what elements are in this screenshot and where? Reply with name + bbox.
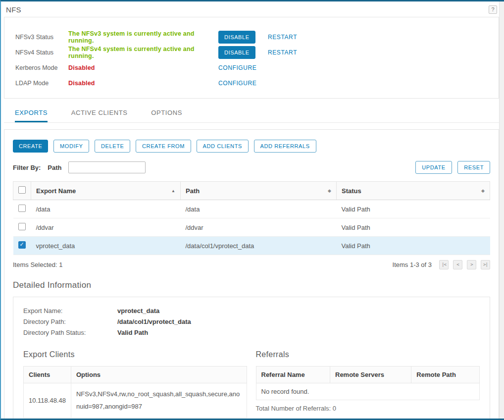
select-all-checkbox[interactable] (18, 186, 26, 194)
detailed-information-heading: Detailed Information (13, 280, 490, 290)
exports-table-header: Export Name ▲ Path ◆ Status ◆ (13, 182, 490, 200)
column-status: Status (342, 187, 361, 195)
modify-button[interactable]: MODIFY (53, 140, 89, 153)
pagination-label: Items 1-3 of 3 (393, 261, 432, 268)
page-header: NFS ? (4, 1, 499, 17)
add-referrals-button[interactable]: ADD REFERRALS (254, 140, 316, 153)
row-checkbox[interactable] (18, 205, 26, 212)
nfsv4-status-value: The NFSv4 system is currently active and… (68, 46, 218, 59)
sort-diamond-icon[interactable]: ◆ (328, 188, 331, 193)
column-remote-servers: Remote Servers (330, 367, 411, 383)
filter-by-label: Filter By: (13, 164, 41, 171)
column-path: Path (186, 187, 200, 195)
filter-row: Filter By: Path UPDATE RESET (13, 161, 490, 174)
ldap-mode-row: LDAP Mode Disabled CONFIGURE (15, 75, 499, 91)
tab-bar: EXPORTS ACTIVE CLIENTS OPTIONS (4, 109, 499, 123)
exports-panel: CREATE MODIFY DELETE CREATE FROM ADD CLI… (4, 129, 499, 420)
referrals-heading: Referrals (256, 350, 480, 359)
nfsv3-disable-button[interactable]: DISABLE (218, 31, 255, 44)
status-cell: Valid Path (337, 218, 490, 237)
nfs-page: NFS ? NFSv3 Status The NFSv3 system is c… (4, 1, 499, 420)
kerberos-mode-value: Disabled (68, 64, 218, 71)
nfsv4-status-row: NFSv4 Status The NFSv4 system is current… (15, 45, 499, 60)
exports-toolbar: CREATE MODIFY DELETE CREATE FROM ADD CLI… (13, 140, 490, 153)
export-clients-table: Clients Options 10.118.48.48 NFSv3,NFSv4… (23, 366, 247, 418)
row-checkbox-checked[interactable] (18, 241, 26, 249)
column-referral-name: Referral Name (256, 367, 330, 383)
column-remote-path: Remote Path (411, 367, 480, 383)
path-cell: /data/col1/vprotect_data (181, 237, 337, 255)
nfsv3-status-value: The NFSv3 system is currently active and… (68, 30, 218, 44)
row-checkbox[interactable] (18, 223, 26, 230)
create-button[interactable]: CREATE (13, 140, 48, 153)
export-clients-section: Export Clients Clients Options 10.118.48… (23, 350, 247, 420)
status-cell: Valid Path (337, 200, 490, 218)
export-name-label: Export Name: (23, 307, 117, 315)
add-clients-button[interactable]: ADD CLIENTS (197, 140, 249, 153)
next-page-icon[interactable]: > (467, 260, 476, 269)
export-name-value: vprotect_data (117, 307, 159, 315)
nfsv4-status-label: NFSv4 Status (15, 49, 68, 56)
create-from-button[interactable]: CREATE FROM (136, 140, 191, 153)
exports-table: Export Name ▲ Path ◆ Status ◆ (13, 181, 490, 255)
table-row-selected[interactable]: vprotect_data /data/col1/vprotect_data V… (13, 237, 490, 255)
referrals-table: Referral Name Remote Servers Remote Path… (256, 366, 480, 400)
update-button[interactable]: UPDATE (415, 161, 452, 174)
detail-box: Export Name: vprotect_data Directory Pat… (13, 297, 490, 420)
previous-page-icon[interactable]: < (453, 260, 462, 269)
delete-button[interactable]: DELETE (95, 140, 130, 153)
items-selected-label: Items Selected: 1 (13, 261, 62, 268)
kerberos-mode-row: Kerberos Mode Disabled CONFIGURE (15, 60, 499, 75)
client-cell: 10.118.48.48 (24, 383, 71, 418)
filter-path-label: Path (48, 164, 61, 171)
referrals-section: Referrals Referral Name Remote Servers R… (256, 350, 480, 420)
pagination: Items 1-3 of 3 |< < > >| (393, 260, 490, 269)
page-title: NFS (6, 5, 21, 14)
directory-path-status-field: Directory Path Status: Valid Path (23, 329, 480, 336)
ldap-mode-label: LDAP Mode (15, 80, 68, 87)
last-page-icon[interactable]: >| (481, 260, 490, 269)
no-record-cell: No record found. (256, 383, 480, 400)
sort-diamond-icon[interactable]: ◆ (481, 188, 485, 193)
export-client-row: 10.118.48.48 NFSv3,NFSv4,rw,no_root_squa… (24, 383, 247, 418)
column-options: Options (71, 367, 247, 383)
nfsv3-status-row: NFSv3 Status The NFSv3 system is current… (15, 29, 499, 45)
table-row[interactable]: /data /data Valid Path (13, 200, 490, 218)
path-cell: /data (181, 200, 337, 218)
path-cell: /ddvar (181, 218, 337, 237)
status-cell: Valid Path (337, 237, 490, 255)
table-row[interactable]: /ddvar /ddvar Valid Path (13, 218, 490, 237)
kerberos-configure-link[interactable]: CONFIGURE (218, 64, 256, 71)
tab-exports[interactable]: EXPORTS (15, 109, 48, 122)
table-footer: Items Selected: 1 Items 1-3 of 3 |< < > … (13, 260, 490, 269)
ldap-mode-value: Disabled (68, 80, 218, 87)
sort-ascending-icon[interactable]: ▲ (171, 189, 175, 193)
export-clients-heading: Export Clients (23, 350, 247, 359)
status-panel: NFSv3 Status The NFSv3 system is current… (4, 17, 499, 99)
tab-options[interactable]: OPTIONS (151, 109, 182, 121)
nfsv3-status-label: NFSv3 Status (15, 34, 68, 41)
export-name-cell: /ddvar (31, 218, 181, 237)
directory-path-status-label: Directory Path Status: (23, 329, 117, 336)
directory-path-value: /data/col1/vprotect_data (117, 318, 191, 325)
column-clients: Clients (24, 367, 71, 383)
tab-active-clients[interactable]: ACTIVE CLIENTS (71, 109, 128, 121)
options-cell: NFSv3,NFSv4,rw,no_root_squash,all_squash… (71, 383, 247, 418)
ldap-configure-link[interactable]: CONFIGURE (218, 80, 256, 87)
nfsv4-restart-link[interactable]: RESTART (268, 49, 297, 56)
directory-path-field: Directory Path: /data/col1/vprotect_data (23, 318, 480, 325)
nfsv4-disable-button[interactable]: DISABLE (218, 46, 255, 59)
directory-path-status-value: Valid Path (117, 329, 148, 336)
help-icon[interactable]: ? (489, 5, 497, 14)
nfsv3-restart-link[interactable]: RESTART (268, 34, 297, 41)
directory-path-label: Directory Path: (23, 318, 117, 325)
kerberos-mode-label: Kerberos Mode (15, 64, 68, 71)
first-page-icon[interactable]: |< (439, 260, 449, 269)
export-name-field: Export Name: vprotect_data (23, 307, 480, 315)
referrals-empty-row: No record found. (256, 383, 480, 400)
reset-button[interactable]: RESET (457, 161, 490, 174)
total-referrals: Total Number of Referrals: 0 (256, 405, 480, 412)
export-name-cell: /data (31, 200, 181, 218)
path-filter-input[interactable] (68, 161, 146, 173)
scrollbar-gutter[interactable] (499, 1, 504, 419)
